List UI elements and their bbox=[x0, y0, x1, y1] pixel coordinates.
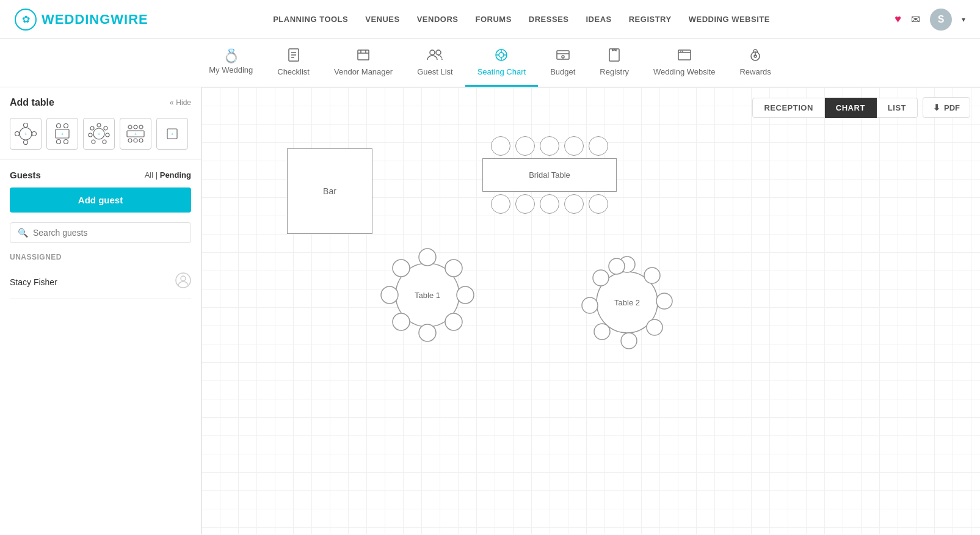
seat bbox=[564, 194, 584, 214]
avatar[interactable]: S bbox=[930, 9, 952, 31]
pdf-button[interactable]: ⬇ PDF bbox=[923, 97, 970, 118]
rewards-icon bbox=[748, 48, 763, 65]
svg-point-35 bbox=[64, 124, 68, 128]
bridal-table[interactable]: Bridal Table bbox=[482, 136, 617, 214]
nav-item-wedding-website[interactable]: Wedding Website bbox=[641, 39, 727, 87]
bridal-table-label: Bridal Table bbox=[529, 170, 570, 180]
logo-ring-icon: ✿ bbox=[15, 9, 37, 31]
budget-icon bbox=[556, 48, 570, 65]
nav-item-budget[interactable]: Budget bbox=[538, 39, 587, 87]
svg-point-18 bbox=[562, 56, 564, 58]
nav-item-checklist[interactable]: Checklist bbox=[265, 39, 322, 87]
search-input[interactable] bbox=[33, 228, 183, 238]
nav-forums[interactable]: FORUMS bbox=[476, 15, 512, 24]
svg-point-68 bbox=[381, 286, 398, 304]
svg-point-34 bbox=[57, 124, 61, 128]
svg-point-77 bbox=[594, 324, 610, 340]
unassigned-label: UNASSIGNED bbox=[10, 253, 191, 261]
svg-point-28 bbox=[24, 123, 28, 128]
bar-table[interactable]: Bar bbox=[287, 148, 372, 234]
svg-point-44 bbox=[92, 140, 95, 144]
list-button[interactable]: LIST bbox=[877, 98, 918, 118]
add-long-table-button[interactable]: + bbox=[120, 118, 151, 150]
top-nav-links: PLANNING TOOLS VENUES VENDORS FORUMS DRE… bbox=[273, 15, 770, 24]
svg-point-67 bbox=[393, 313, 410, 330]
nav-ideas[interactable]: IDEAS bbox=[586, 15, 611, 24]
svg-point-43 bbox=[103, 140, 106, 144]
pending-filter[interactable]: Pending bbox=[160, 170, 191, 180]
nav-item-label-budget: Budget bbox=[550, 67, 575, 76]
svg-text:+: + bbox=[134, 132, 137, 136]
add-square-table-button[interactable]: + bbox=[156, 118, 188, 150]
chart-toolbar: RECEPTION CHART LIST ⬇ PDF bbox=[752, 97, 970, 118]
add-rect-table-button[interactable]: + bbox=[46, 118, 78, 150]
heart-icon[interactable]: ♥ bbox=[895, 13, 901, 26]
nav-item-guest-list[interactable]: Guest List bbox=[405, 39, 465, 87]
svg-point-62 bbox=[419, 249, 436, 266]
bridal-table-body: Bridal Table bbox=[482, 158, 617, 192]
nav-item-my-wedding[interactable]: 💍 My Wedding bbox=[197, 41, 265, 85]
svg-point-59 bbox=[181, 276, 186, 281]
nav-item-registry[interactable]: Registry bbox=[587, 39, 641, 87]
mail-icon[interactable]: ✉ bbox=[911, 13, 920, 26]
sidebar-header: Add table « Hide bbox=[0, 87, 201, 113]
nav-registry[interactable]: REGISTRY bbox=[629, 15, 672, 24]
hide-label: Hide bbox=[176, 98, 191, 107]
svg-rect-19 bbox=[609, 49, 619, 61]
pdf-label: PDF bbox=[944, 103, 960, 112]
add-guest-button[interactable]: Add guest bbox=[10, 187, 191, 213]
vendor-manager-icon bbox=[356, 48, 371, 65]
bridal-seats-bottom bbox=[482, 194, 617, 214]
table2-svg[interactable]: Table 2 bbox=[574, 246, 681, 359]
nav-item-label-rewards: Rewards bbox=[739, 67, 771, 76]
svg-point-30 bbox=[15, 132, 20, 136]
table1-svg[interactable]: Table 1 bbox=[372, 240, 482, 350]
seat bbox=[491, 136, 510, 156]
nav-item-label-registry: Registry bbox=[600, 67, 629, 76]
add-round-table-button[interactable]: + bbox=[10, 118, 42, 150]
svg-point-73 bbox=[644, 268, 660, 283]
svg-point-37 bbox=[64, 140, 68, 144]
search-box: 🔍 bbox=[10, 222, 191, 243]
nav-planning-tools[interactable]: PLANNING TOOLS bbox=[273, 15, 348, 24]
nav-item-seating-chart[interactable]: Seating Chart bbox=[465, 39, 539, 87]
logo: ✿ WEDDINGWIRE bbox=[15, 9, 148, 31]
my-wedding-icon: 💍 bbox=[223, 49, 239, 63]
chevron-left-icon: « bbox=[170, 98, 174, 107]
svg-point-51 bbox=[139, 125, 143, 129]
chart-button[interactable]: CHART bbox=[825, 98, 877, 118]
add-round-table-2-button[interactable]: + bbox=[83, 118, 115, 150]
nav-dresses[interactable]: DRESSES bbox=[529, 15, 569, 24]
hide-button[interactable]: « Hide bbox=[170, 98, 191, 107]
top-nav-right: ♥ ✉ S ▾ bbox=[895, 9, 965, 31]
add-table-title: Add table bbox=[10, 97, 54, 108]
chevron-down-icon[interactable]: ▾ bbox=[962, 15, 965, 24]
guest-list-icon bbox=[426, 48, 443, 65]
svg-text:+: + bbox=[171, 132, 173, 136]
nav-item-rewards[interactable]: Rewards bbox=[727, 39, 783, 87]
svg-text:+: + bbox=[61, 132, 64, 136]
svg-text:+: + bbox=[24, 132, 27, 136]
svg-point-63 bbox=[445, 260, 462, 277]
svg-point-46 bbox=[90, 126, 94, 130]
wedding-website-icon bbox=[677, 48, 692, 65]
svg-point-64 bbox=[457, 286, 474, 304]
svg-point-76 bbox=[621, 333, 637, 349]
nav-item-vendor-manager[interactable]: Vendor Manager bbox=[322, 39, 405, 87]
nav-item-label-vendor-manager: Vendor Manager bbox=[334, 67, 393, 76]
logo-text: WEDDINGWIRE bbox=[42, 12, 148, 27]
reception-button[interactable]: RECEPTION bbox=[752, 98, 824, 118]
guests-header: Guests All | Pending bbox=[10, 170, 191, 180]
nav-wedding-website[interactable]: WEDDING WEBSITE bbox=[689, 15, 770, 24]
nav-vendors[interactable]: VENDORS bbox=[417, 15, 459, 24]
nav-venues[interactable]: VENUES bbox=[365, 15, 399, 24]
svg-point-66 bbox=[419, 324, 436, 341]
top-nav: ✿ WEDDINGWIRE PLANNING TOOLS VENUES VEND… bbox=[0, 0, 980, 39]
svg-rect-4 bbox=[358, 50, 369, 60]
all-filter[interactable]: All bbox=[145, 170, 153, 180]
svg-point-36 bbox=[57, 140, 61, 144]
svg-point-29 bbox=[24, 140, 28, 145]
svg-point-65 bbox=[445, 313, 462, 330]
svg-point-78 bbox=[582, 297, 598, 313]
nav-item-label-seating-chart: Seating Chart bbox=[477, 67, 526, 76]
